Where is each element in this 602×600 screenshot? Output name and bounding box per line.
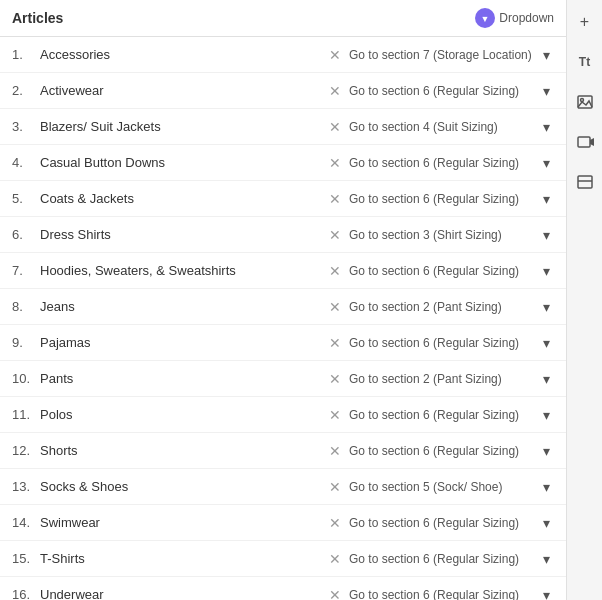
item-name: Socks & Shoes: [40, 479, 321, 494]
item-name: Shorts: [40, 443, 321, 458]
remove-icon[interactable]: ✕: [321, 371, 349, 387]
svg-rect-6: [578, 176, 592, 188]
item-number: 3.: [12, 119, 40, 134]
remove-icon[interactable]: ✕: [321, 119, 349, 135]
remove-icon[interactable]: ✕: [321, 263, 349, 279]
list-item: 5. Coats & Jackets ✕ Go to section 6 (Re…: [0, 181, 566, 217]
goto-text: Go to section 6 (Regular Sizing): [349, 444, 539, 458]
remove-icon[interactable]: ✕: [321, 155, 349, 171]
header-title: Articles: [12, 10, 475, 26]
item-name: Pajamas: [40, 335, 321, 350]
remove-icon[interactable]: ✕: [321, 407, 349, 423]
item-name: Activewear: [40, 83, 321, 98]
text-icon[interactable]: Tt: [571, 48, 599, 76]
item-number: 12.: [12, 443, 40, 458]
item-name: Dress Shirts: [40, 227, 321, 242]
video-icon[interactable]: [571, 128, 599, 156]
goto-text: Go to section 3 (Shirt Sizing): [349, 228, 539, 242]
goto-text: Go to section 4 (Suit Sizing): [349, 120, 539, 134]
remove-icon[interactable]: ✕: [321, 551, 349, 567]
list-item: 15. T-Shirts ✕ Go to section 6 (Regular …: [0, 541, 566, 577]
item-name: Accessories: [40, 47, 321, 62]
item-name: Jeans: [40, 299, 321, 314]
item-number: 8.: [12, 299, 40, 314]
item-number: 11.: [12, 407, 40, 422]
image-icon[interactable]: [571, 88, 599, 116]
item-number: 15.: [12, 551, 40, 566]
chevron-down-icon[interactable]: ▾: [539, 47, 554, 63]
list-item: 7. Hoodies, Sweaters, & Sweatshirts ✕ Go…: [0, 253, 566, 289]
item-number: 5.: [12, 191, 40, 206]
item-number: 6.: [12, 227, 40, 242]
chevron-down-icon[interactable]: ▾: [539, 227, 554, 243]
remove-icon[interactable]: ✕: [321, 83, 349, 99]
list-item: 16. Underwear ✕ Go to section 6 (Regular…: [0, 577, 566, 600]
item-number: 2.: [12, 83, 40, 98]
list-item: 3. Blazers/ Suit Jackets ✕ Go to section…: [0, 109, 566, 145]
chevron-down-icon[interactable]: ▾: [539, 83, 554, 99]
chevron-down-icon[interactable]: ▾: [539, 371, 554, 387]
chevron-down-icon[interactable]: ▾: [539, 191, 554, 207]
item-name: Coats & Jackets: [40, 191, 321, 206]
item-number: 7.: [12, 263, 40, 278]
list-item: 13. Socks & Shoes ✕ Go to section 5 (Soc…: [0, 469, 566, 505]
item-name: Casual Button Downs: [40, 155, 321, 170]
item-name: Polos: [40, 407, 321, 422]
item-number: 14.: [12, 515, 40, 530]
chevron-down-icon[interactable]: ▾: [539, 551, 554, 567]
list-item: 4. Casual Button Downs ✕ Go to section 6…: [0, 145, 566, 181]
layout-icon[interactable]: [571, 168, 599, 196]
goto-text: Go to section 7 (Storage Location): [349, 48, 539, 62]
sidebar: + Tt: [566, 0, 602, 600]
remove-icon[interactable]: ✕: [321, 515, 349, 531]
remove-icon[interactable]: ✕: [321, 299, 349, 315]
plus-icon[interactable]: +: [571, 8, 599, 36]
goto-text: Go to section 6 (Regular Sizing): [349, 84, 539, 98]
remove-icon[interactable]: ✕: [321, 479, 349, 495]
item-name: T-Shirts: [40, 551, 321, 566]
item-number: 9.: [12, 335, 40, 350]
header-row: Articles ▼ Dropdown: [0, 0, 566, 37]
chevron-down-icon[interactable]: ▾: [539, 443, 554, 459]
chevron-down-icon[interactable]: ▾: [539, 515, 554, 531]
dropdown-label: Dropdown: [499, 11, 554, 25]
chevron-down-icon[interactable]: ▾: [539, 263, 554, 279]
svg-text:▼: ▼: [481, 14, 490, 24]
chevron-down-icon[interactable]: ▾: [539, 155, 554, 171]
goto-text: Go to section 6 (Regular Sizing): [349, 588, 539, 601]
goto-text: Go to section 6 (Regular Sizing): [349, 156, 539, 170]
list-item: 1. Accessories ✕ Go to section 7 (Storag…: [0, 37, 566, 73]
item-number: 16.: [12, 587, 40, 600]
remove-icon[interactable]: ✕: [321, 47, 349, 63]
chevron-down-icon[interactable]: ▾: [539, 587, 554, 601]
goto-text: Go to section 6 (Regular Sizing): [349, 516, 539, 530]
goto-text: Go to section 6 (Regular Sizing): [349, 192, 539, 206]
remove-icon[interactable]: ✕: [321, 227, 349, 243]
remove-icon[interactable]: ✕: [321, 443, 349, 459]
chevron-down-icon[interactable]: ▾: [539, 119, 554, 135]
list-item: 10. Pants ✕ Go to section 2 (Pant Sizing…: [0, 361, 566, 397]
item-name: Underwear: [40, 587, 321, 600]
header-dropdown[interactable]: ▼ Dropdown: [475, 8, 554, 28]
remove-icon[interactable]: ✕: [321, 335, 349, 351]
list-item: 2. Activewear ✕ Go to section 6 (Regular…: [0, 73, 566, 109]
item-name: Blazers/ Suit Jackets: [40, 119, 321, 134]
chevron-down-icon[interactable]: ▾: [539, 407, 554, 423]
svg-rect-4: [578, 137, 590, 147]
svg-point-3: [580, 99, 583, 102]
chevron-down-icon[interactable]: ▾: [539, 299, 554, 315]
list-item: 11. Polos ✕ Go to section 6 (Regular Siz…: [0, 397, 566, 433]
remove-icon[interactable]: ✕: [321, 587, 349, 601]
goto-text: Go to section 5 (Sock/ Shoe): [349, 480, 539, 494]
item-number: 4.: [12, 155, 40, 170]
chevron-down-icon[interactable]: ▾: [539, 335, 554, 351]
item-name: Swimwear: [40, 515, 321, 530]
chevron-down-icon[interactable]: ▾: [539, 479, 554, 495]
main-content: Articles ▼ Dropdown 1. Accessories ✕ Go …: [0, 0, 566, 600]
remove-icon[interactable]: ✕: [321, 191, 349, 207]
goto-text: Go to section 2 (Pant Sizing): [349, 300, 539, 314]
dropdown-icon: ▼: [475, 8, 495, 28]
list-item: 9. Pajamas ✕ Go to section 6 (Regular Si…: [0, 325, 566, 361]
goto-text: Go to section 2 (Pant Sizing): [349, 372, 539, 386]
goto-text: Go to section 6 (Regular Sizing): [349, 336, 539, 350]
